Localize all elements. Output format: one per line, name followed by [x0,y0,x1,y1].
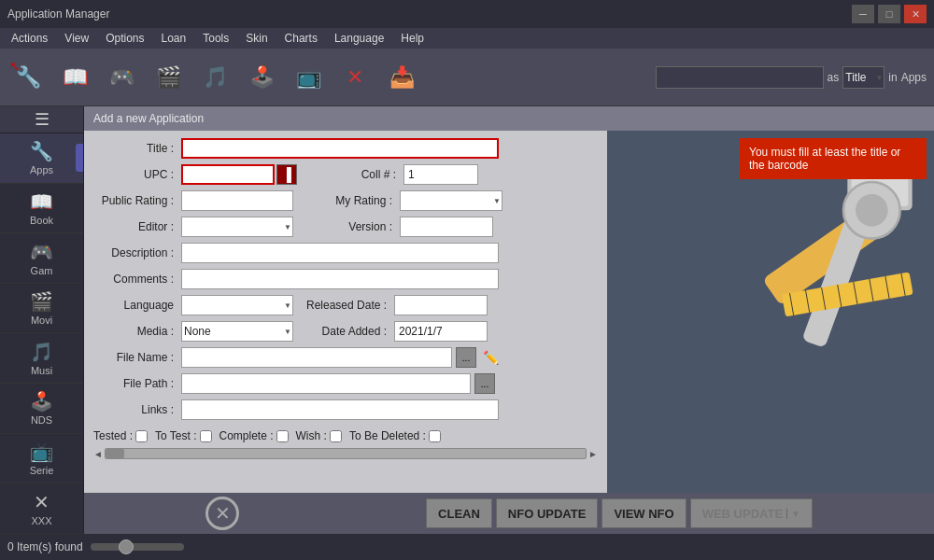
date-added-input[interactable]: 2021/1/7 [394,321,488,342]
sidebar-item-series[interactable]: 📺 Serie [0,434,83,484]
to-test-checkbox[interactable] [200,430,212,442]
toolbar-tv-icon[interactable]: 📺 [288,57,329,98]
editor-select[interactable] [181,217,293,237]
my-rating-label: My Rating : [312,194,396,207]
menu-charts[interactable]: Charts [277,30,325,47]
sidebar-item-movie[interactable]: 🎬 Movi [0,284,83,334]
close-button[interactable]: ✕ [904,5,927,23]
search-field-select[interactable]: Title [842,66,884,89]
menu-actions[interactable]: Actions [4,30,55,47]
title-row: Title : [93,138,598,159]
xxx-icon: ✕ [34,491,50,513]
language-label: Language [93,299,177,312]
rating-row: Public Rating : My Rating : ▼ [93,190,598,211]
toolbar-delete-icon[interactable]: ✕ [334,57,375,98]
svg-point-5 [856,194,888,227]
to-test-label: To Test : [155,429,196,442]
complete-label: Complete : [219,429,274,442]
toolbar-nds-icon[interactable]: 🕹️ [241,57,282,98]
my-rating-select[interactable] [400,190,502,211]
description-row: Description : [93,243,598,263]
web-update-arrow-icon: ▼ [786,509,800,519]
menu-help[interactable]: Help [393,30,432,47]
wish-label: Wish : [296,429,327,442]
minimize-button[interactable]: ─ [852,5,874,23]
menu-options[interactable]: Options [98,30,151,47]
sidebar-item-nds[interactable]: 🕹️ NDS [0,384,83,434]
nds-icon: 🕹️ [30,390,53,413]
comments-input[interactable] [181,269,499,289]
cancel-button[interactable]: ✕ [205,497,239,530]
title-label: Title : [93,142,177,155]
action-bar: ✕ CLEAN NFO UPDATE VIEW NFO WEB UPDATE ▼ [84,493,934,534]
description-input[interactable] [181,243,499,263]
horizontal-scrollbar[interactable]: ◄ ► [93,446,598,461]
sidebar-item-game[interactable]: 🎮 Gam [0,233,83,284]
clean-button[interactable]: CLEAN [426,498,492,528]
checkbox-row: Tested : To Test : Complete : Wish : [93,426,598,446]
coll-input[interactable] [403,164,478,185]
filepath-browse-button[interactable]: ... [474,373,495,394]
filepath-input[interactable] [181,373,471,394]
media-label: Media : [93,325,177,338]
breadcrumb-text: Add a new Application [93,112,204,125]
toolbar-book-icon[interactable]: 📖 [54,57,95,98]
upc-label: UPC : [93,168,177,181]
sidebar-item-music[interactable]: 🎵 Musi [0,333,83,384]
language-select[interactable] [181,295,293,315]
filename-browse-button[interactable]: ... [456,347,476,368]
series-icon: 📺 [30,441,53,463]
nfo-update-button[interactable]: NFO UPDATE [496,498,599,528]
menu-loan[interactable]: Loan [154,30,194,47]
public-rating-input[interactable] [181,190,293,211]
links-input[interactable] [181,399,499,420]
status-bar: 0 Item(s) found [0,534,934,560]
zoom-slider-thumb[interactable] [119,539,134,554]
web-update-split-button[interactable]: WEB UPDATE ▼ [690,498,813,528]
movie-icon: 🎬 [30,290,53,313]
to-be-deleted-checkbox[interactable] [429,430,441,442]
toolbar-import-icon[interactable]: 📥 [381,57,422,98]
menu-language[interactable]: Language [327,30,391,47]
filename-row: File Name : ... ✏️ [93,347,598,368]
search-input[interactable] [656,66,824,89]
editor-row: Editor : ▼ Version : [93,217,598,237]
maximize-button[interactable]: □ [878,5,900,23]
zoom-slider[interactable] [91,543,184,551]
hamburger-button[interactable]: ☰ [27,109,57,130]
menu-skin[interactable]: Skin [238,30,275,47]
released-date-input[interactable] [394,295,488,315]
tested-checkbox[interactable] [135,430,148,442]
toolbar-music-icon[interactable]: 🎵 [194,57,235,98]
view-nfo-button[interactable]: VIEW NFO [601,498,686,528]
menu-view[interactable]: View [57,30,96,47]
toolbar-movie-icon[interactable]: 🎬 [148,57,189,98]
upc-input[interactable] [181,164,275,185]
title-input[interactable] [181,138,499,159]
sidebar-item-book[interactable]: 📖 Book [0,184,83,234]
search-as-label: as [828,71,840,84]
editor-label: Editor : [93,220,177,233]
menu-tools[interactable]: Tools [195,30,236,47]
search-in-label: in [888,71,897,84]
wish-checkbox[interactable] [330,430,342,442]
version-input[interactable] [400,217,493,237]
barcode-button[interactable]: ▐ [276,164,297,185]
sidebar-item-nds-label: NDS [31,414,52,426]
to-be-deleted-label: To Be Deleted : [349,429,426,442]
complete-checkbox[interactable] [276,430,289,442]
book-icon: 📖 [30,190,53,213]
coll-label: Coll # : [316,168,400,181]
toolbar: 🔧 ↖ 📖 🎮 🎬 🎵 🕹️ 📺 ✕ 📥 as Title ▼ in Apps [0,49,934,106]
filename-input[interactable] [181,347,452,368]
sidebar-item-apps[interactable]: 🔧 Apps [0,133,83,184]
sidebar-item-xxx[interactable]: ✕ XXX [0,483,83,534]
toolbar-add-icon[interactable]: 🔧 ↖ [7,57,49,98]
date-added-label: Date Added : [306,325,390,338]
filename-edit-button[interactable]: ✏️ [480,347,501,368]
toolbar-game-icon[interactable]: 🎮 [101,57,142,98]
sidebar-header: ☰ [0,106,83,133]
media-select[interactable]: None [181,321,293,342]
toolbar-apps-label: Apps [901,71,927,84]
links-label: Links : [93,403,177,416]
